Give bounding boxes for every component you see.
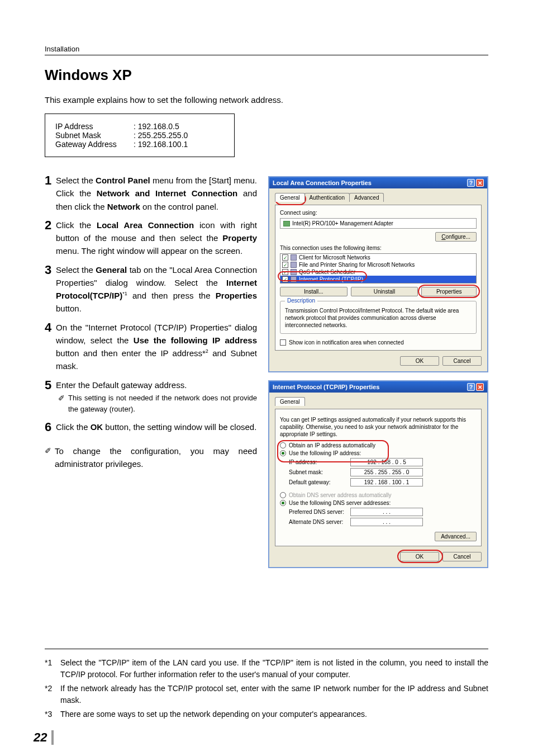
step-body: On the "Internet Protocol (TCP/IP) Prope… [56, 321, 257, 373]
addr-label: Gateway Address [55, 140, 134, 149]
tab-advanced[interactable]: Advanced [349, 193, 384, 202]
close-icon[interactable]: ✕ [476, 383, 484, 391]
items-label: This connection uses the following items… [280, 245, 477, 251]
dialog-titlebar[interactable]: Internet Protocol (TCP/IP) Properties ? … [269, 381, 487, 393]
footnote-text: If the network already has the TCP/IP pr… [60, 683, 488, 706]
page-number: 22 [34, 730, 47, 745]
page-title: Windows XP [45, 67, 488, 84]
ip-address-input[interactable]: 192 . 168 . 0 . 5 [350, 458, 423, 466]
section-header: Installation [45, 45, 488, 55]
obtain-auto-label: Obtain an IP address automatically [289, 442, 375, 448]
tcpip-blurb: You can get IP settings assigned automat… [280, 416, 477, 438]
service-icon [291, 254, 297, 261]
uninstall-button[interactable]: Uninstall [351, 287, 418, 296]
list-item[interactable]: File and Printer Sharing for Microsoft N… [299, 262, 415, 268]
properties-button[interactable]: Properties [421, 287, 477, 296]
step-note: This setting is not needed if the networ… [68, 393, 257, 415]
description-title: Description [285, 297, 317, 304]
page-divider [51, 730, 54, 745]
adapter-name: Intel(R) PRO/100+ Management Adapter [292, 220, 393, 226]
checkbox-icon[interactable]: ✓ [282, 262, 288, 268]
checkbox-icon[interactable]: ✓ [282, 254, 288, 261]
alt-dns-label: Alternate DNS server: [289, 519, 350, 525]
tab-general[interactable]: General [275, 397, 305, 406]
ok-button[interactable]: OK [400, 356, 439, 366]
protocol-icon [291, 276, 297, 282]
radio-icon[interactable] [280, 450, 286, 456]
show-icon-label: Show icon in notification area when conn… [289, 339, 404, 346]
dialog-tabs: General Authentication Advanced [275, 193, 482, 202]
checkbox-icon[interactable]: ✓ [282, 269, 288, 275]
configure-button[interactable]: CConfigure...onfigure... [435, 232, 477, 242]
list-item[interactable]: Client for Microsoft Networks [299, 254, 370, 261]
items-list[interactable]: ✓Client for Microsoft Networks ✓File and… [280, 253, 477, 284]
step-number: 2 [45, 219, 56, 258]
dialog-title: Internet Protocol (TCP/IP) Properties [273, 384, 379, 390]
step-number: 4 [45, 321, 56, 373]
description-text: Transmission Control Protocol/Internet P… [285, 307, 472, 329]
addr-value: 192.168.100.1 [134, 140, 188, 149]
step-body: Select the Control Panel menu from the [… [56, 174, 257, 213]
intro-text: This example explains how to set the fol… [45, 95, 488, 105]
step-number: 5 [45, 379, 56, 415]
admin-note: To change the configuration, you may nee… [55, 445, 257, 470]
dns-auto-label: Obtain DNS server address automatically [289, 492, 391, 498]
addr-value: 192.168.0.5 [134, 122, 179, 131]
dns-use-label: Use the following DNS server addresses: [289, 500, 391, 506]
radio-icon [280, 492, 286, 498]
lan-properties-dialog: Local Area Connection Properties ? ✕ Gen… [268, 176, 488, 372]
step-number: 3 [45, 263, 56, 315]
addr-value: 255.255.255.0 [134, 131, 188, 140]
install-button[interactable]: Install... [280, 287, 348, 296]
step-number: 6 [45, 420, 56, 434]
subnet-input[interactable]: 255 . 255 . 255 . 0 [350, 468, 423, 476]
pref-dns-label: Preferred DNS server: [289, 509, 350, 515]
advanced-button[interactable]: Advanced... [435, 532, 477, 541]
footnote-text: Select the "TCP/IP" item of the LAN card… [60, 657, 488, 681]
radio-icon[interactable] [280, 500, 286, 506]
close-icon[interactable]: ✕ [476, 179, 484, 187]
alt-dns-input[interactable]: . . . [350, 518, 423, 526]
addr-label: IP Address [55, 122, 134, 131]
tcpip-properties-dialog: Internet Protocol (TCP/IP) Properties ? … [268, 380, 488, 568]
list-item[interactable]: QoS Packet Scheduler [299, 269, 355, 275]
checkbox-icon[interactable]: ✓ [282, 276, 288, 282]
radio-icon[interactable] [280, 442, 286, 448]
subnet-label: Subnet mask: [289, 469, 350, 475]
gateway-label: Default gateway: [289, 479, 350, 485]
ip-address-label: IP address: [289, 459, 350, 465]
pref-dns-input[interactable]: . . . [350, 508, 423, 516]
step-body: Click the OK button, the setting window … [56, 420, 257, 434]
help-icon[interactable]: ? [467, 383, 475, 391]
service-icon [291, 262, 297, 268]
footnote-label: *3 [45, 708, 60, 720]
dialog-title: Local Area Connection Properties [273, 179, 372, 186]
adapter-field: Intel(R) PRO/100+ Management Adapter [280, 218, 477, 229]
step-body: Click the Local Area Connection icon wit… [56, 219, 257, 258]
service-icon [291, 269, 297, 275]
addr-label: Subnet Mask [55, 131, 134, 140]
footnote-label: *1 [45, 657, 60, 681]
footnote-text: There are some ways to set up the networ… [60, 708, 367, 720]
footnote-label: *2 [45, 683, 60, 706]
step-body: Enter the Default gateway address. ✐ Thi… [56, 379, 257, 415]
cancel-button[interactable]: Cancel [442, 552, 482, 561]
connect-using-label: Connect using: [280, 210, 477, 216]
gateway-input[interactable]: 192 . 168 . 100 . 1 [350, 478, 423, 486]
cancel-button[interactable]: Cancel [442, 356, 482, 366]
help-icon[interactable]: ? [467, 179, 475, 187]
description-group: Description Transmission Control Protoco… [280, 301, 477, 334]
ok-button[interactable]: OK [400, 552, 439, 561]
hand-note-icon: ✐ [45, 445, 55, 470]
tab-general[interactable]: General [275, 193, 305, 202]
step-body: Select the General tab on the "Local Are… [56, 263, 257, 315]
step-number: 1 [45, 174, 56, 213]
checkbox-icon[interactable]: ✓ [280, 339, 286, 346]
tab-authentication[interactable]: Authentication [304, 193, 350, 202]
hand-note-icon: ✐ [58, 393, 68, 415]
nic-icon [283, 221, 290, 226]
address-box: IP Address192.168.0.5 Subnet Mask255.255… [45, 114, 235, 157]
dialog-titlebar[interactable]: Local Area Connection Properties ? ✕ [269, 177, 487, 188]
list-item-selected[interactable]: Internet Protocol (TCP/IP) [299, 276, 363, 282]
use-following-label: Use the following IP address: [289, 450, 361, 456]
